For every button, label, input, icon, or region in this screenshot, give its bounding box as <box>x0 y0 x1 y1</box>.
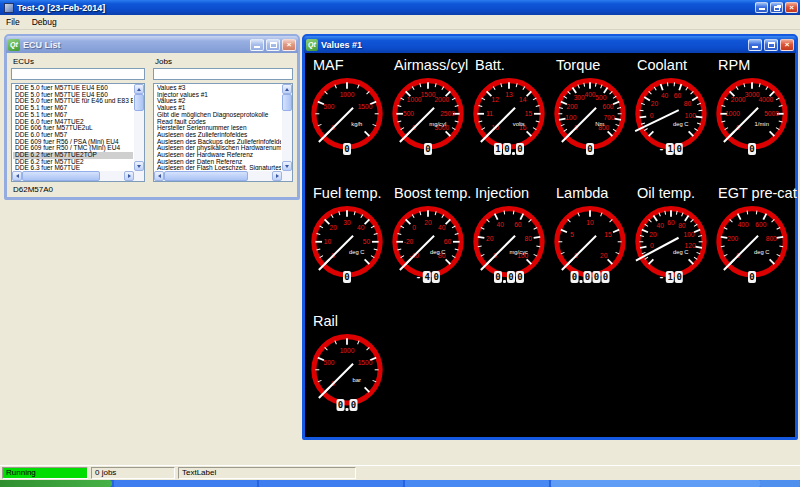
svg-text:2500: 2500 <box>440 110 455 117</box>
jobs-horizontal-scrollbar[interactable] <box>154 171 282 181</box>
gauge-needle <box>562 236 596 270</box>
windows-taskbar[interactable] <box>0 480 800 487</box>
svg-text:600: 600 <box>755 221 766 228</box>
gauge-unit: deg C <box>349 249 365 255</box>
svg-text:10: 10 <box>324 238 332 245</box>
gauge-digital-value: 00 <box>337 399 358 411</box>
main-titlebar[interactable]: Test-O [23-Feb-2014] × <box>0 0 800 15</box>
list-item[interactable]: DDE 6.3 fuer M67TUE <box>13 165 133 170</box>
gauge-digital-value: 0000 <box>571 271 610 283</box>
gauge-digital-value: 0 <box>586 143 594 155</box>
svg-text:13: 13 <box>505 91 513 98</box>
svg-text:12: 12 <box>492 96 500 103</box>
gauge-unit: mg/cyc <box>509 249 528 255</box>
gauge-label: Torque <box>550 54 631 73</box>
jobs-filter-input[interactable] <box>153 68 293 80</box>
svg-text:40: 40 <box>357 224 365 231</box>
svg-text:2000: 2000 <box>731 96 746 103</box>
taskbar-button[interactable] <box>405 480 549 487</box>
svg-text:0: 0 <box>650 242 654 249</box>
gauge-label: Batt. <box>469 54 550 73</box>
svg-text:80: 80 <box>525 235 533 242</box>
ecu-window-titlebar[interactable]: Qt ECU List × <box>6 36 298 53</box>
gauge-label: Airmass/cyl <box>388 54 469 73</box>
values-minimize-button[interactable] <box>748 39 762 51</box>
gauge-unit: deg C <box>754 249 770 255</box>
taskbar-button[interactable] <box>114 480 258 487</box>
gauge-rpm: RPM0100020003000400050001/min0 <box>712 54 793 182</box>
svg-text:0: 0 <box>650 112 654 119</box>
ecu-maximize-button[interactable] <box>266 39 280 51</box>
ecus-vertical-scrollbar[interactable] <box>134 84 144 171</box>
scroll-left-button[interactable] <box>154 171 164 181</box>
scroll-thumb[interactable] <box>134 94 144 111</box>
scroll-up-button[interactable] <box>134 84 144 94</box>
gauge-area: MAF050010001500kg/h0Airmass/cyl050010001… <box>305 54 795 437</box>
gauge-fuel-temp: Fuel temp.01020304050deg C0 <box>307 182 388 310</box>
scroll-right-button[interactable] <box>272 171 282 181</box>
scroll-thumb[interactable] <box>282 94 292 111</box>
values-close-button[interactable]: × <box>780 39 794 51</box>
taskbar-button[interactable] <box>551 480 760 487</box>
svg-text:40: 40 <box>661 92 669 99</box>
start-button[interactable] <box>0 480 112 487</box>
menu-debug[interactable]: Debug <box>26 16 63 28</box>
gauge-dial: 020406080100mg/cyc <box>470 202 548 280</box>
gauge-oil-temp: Oil temp.020406080100120deg C-10 <box>631 182 712 310</box>
gauge-label: Boost temp. <box>388 182 469 201</box>
values-window-title: Values #1 <box>321 40 746 50</box>
svg-text:30: 30 <box>343 219 351 226</box>
svg-text:20: 20 <box>600 252 608 259</box>
svg-text:40: 40 <box>438 224 446 231</box>
gauge-unit: Nm <box>595 121 604 127</box>
jobs-vertical-scrollbar[interactable] <box>282 84 292 171</box>
svg-text:200: 200 <box>566 103 577 110</box>
menu-file[interactable]: File <box>0 16 26 28</box>
ecus-listbox-items: DDE 5.0 fuer M57TUE EU4 E60DDE 5.0 fuer … <box>13 85 133 170</box>
scroll-thumb[interactable] <box>164 171 248 181</box>
svg-text:60: 60 <box>514 221 522 228</box>
scroll-right-button[interactable] <box>124 171 134 181</box>
gauge-torque: Torque0100200300400500600700800Nm0 <box>550 54 631 182</box>
gauge-label: MAF <box>307 54 388 73</box>
gauge-digital-value: -10 <box>659 271 683 283</box>
gauge-label: Oil temp. <box>631 182 712 201</box>
ecu-ident-label: D62M57A0 <box>13 185 297 194</box>
gauge-unit: bar <box>353 377 362 383</box>
status-running: Running <box>2 467 88 479</box>
restore-button[interactable] <box>770 2 783 13</box>
scroll-down-button[interactable] <box>134 161 144 171</box>
ecus-filter-input[interactable] <box>11 68 145 80</box>
values-maximize-button[interactable] <box>764 39 778 51</box>
gauge-dial: 0100200300400500600700800Nm <box>551 74 629 152</box>
gauge-digital-value: 0 <box>748 143 756 155</box>
svg-text:200: 200 <box>727 235 738 242</box>
values-window-titlebar[interactable]: Qt Values #1 × <box>304 36 796 53</box>
scroll-left-button[interactable] <box>12 171 22 181</box>
svg-text:2000: 2000 <box>434 96 449 103</box>
ecu-minimize-button[interactable] <box>250 39 264 51</box>
list-item[interactable]: Auslesen der Flash Loeschzeit, Signaturt… <box>155 165 281 170</box>
taskbar-button[interactable] <box>259 480 403 487</box>
close-button[interactable]: × <box>785 2 798 13</box>
gauge-unit: volts <box>513 121 525 127</box>
gauge-digital-value: 0 <box>748 271 756 283</box>
scroll-up-button[interactable] <box>282 84 292 94</box>
scroll-down-button[interactable] <box>282 161 292 171</box>
ecu-close-button[interactable]: × <box>282 39 296 51</box>
scrollbar-corner <box>282 171 292 181</box>
gauge-maf: MAF050010001500kg/h0 <box>307 54 388 182</box>
scroll-thumb[interactable] <box>22 171 100 181</box>
svg-text:500: 500 <box>323 359 334 366</box>
svg-text:11: 11 <box>486 110 493 117</box>
svg-text:100: 100 <box>685 112 696 119</box>
gauge-dial: 10111213141516volts <box>470 74 548 152</box>
svg-text:3000: 3000 <box>745 91 760 98</box>
gauge-label: Lambda <box>550 182 631 201</box>
minimize-button[interactable] <box>755 2 768 13</box>
gauge-digital-value: 0 <box>424 143 432 155</box>
main-window-title: Test-O [23-Feb-2014] <box>17 3 753 13</box>
ecus-horizontal-scrollbar[interactable] <box>12 171 134 181</box>
svg-text:500: 500 <box>595 94 606 101</box>
gauge-dial: 05101520 <box>551 202 629 280</box>
